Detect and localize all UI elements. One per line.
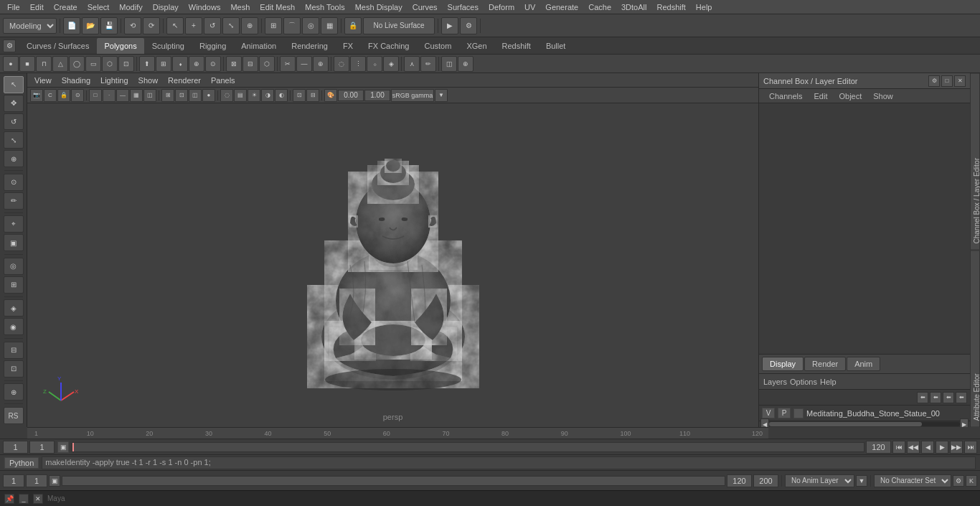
camera-icon[interactable]: 📷 bbox=[30, 89, 43, 102]
vp-menu-shading[interactable]: Shading bbox=[57, 75, 95, 85]
snap-grid-left[interactable]: ⊞ bbox=[4, 276, 24, 294]
start-frame-input[interactable] bbox=[3, 441, 28, 454]
sel-edge-icon[interactable]: — bbox=[116, 89, 129, 102]
menu-deform[interactable]: Deform bbox=[484, 2, 519, 12]
jump-start-btn[interactable]: ⏮ bbox=[892, 441, 905, 454]
workspace-dropdown[interactable]: Modeling bbox=[3, 18, 57, 34]
pipe-icon-btn[interactable]: ⊡ bbox=[118, 56, 134, 72]
help-menu[interactable]: Help bbox=[820, 378, 837, 386]
undo-btn[interactable]: ⟲ bbox=[124, 17, 141, 34]
target-weld-icon-btn[interactable]: ⊕ bbox=[313, 56, 329, 72]
no-live-surface-btn[interactable]: No Live Surface bbox=[363, 17, 435, 34]
vp-shaded-icon[interactable]: ● bbox=[202, 89, 215, 102]
layer-tab-anim[interactable]: Anim bbox=[847, 357, 880, 371]
bevel-icon-btn[interactable]: ⬧ bbox=[172, 56, 188, 72]
autokey-btn[interactable]: K bbox=[966, 475, 977, 487]
tab-redshift[interactable]: Redshift bbox=[495, 38, 538, 54]
isolate-left[interactable]: ◉ bbox=[4, 318, 24, 335]
attribute-editor-side-label[interactable]: Attribute Editor bbox=[970, 250, 980, 428]
tab-animation[interactable]: Animation bbox=[234, 38, 283, 54]
playhead[interactable] bbox=[72, 443, 74, 451]
rotate-tool-btn[interactable]: ↺ bbox=[204, 17, 221, 34]
snap-point-btn[interactable]: ◎ bbox=[302, 17, 319, 34]
vp-xray-icon[interactable]: ◌ bbox=[220, 89, 233, 102]
cb-tab-edit[interactable]: Edit bbox=[808, 91, 833, 101]
layer-scroll-left[interactable]: ◀ bbox=[760, 418, 769, 427]
vp-wires-icon[interactable]: ◫ bbox=[189, 89, 202, 102]
layer-scrollbar[interactable]: ◀ ▶ bbox=[760, 421, 969, 427]
universal-tool-left[interactable]: ⊕ bbox=[4, 150, 24, 167]
fill-hole-icon-btn[interactable]: ⊙ bbox=[205, 56, 221, 72]
menu-edit-mesh[interactable]: Edit Mesh bbox=[255, 2, 299, 12]
menu-redshift[interactable]: Redshift bbox=[652, 2, 689, 12]
snap-grid-btn[interactable]: ⊞ bbox=[265, 17, 282, 34]
layer-new-btn[interactable]: ⬅ bbox=[917, 392, 928, 403]
vp-menu-lighting[interactable]: Lighting bbox=[96, 75, 133, 85]
window-pin-btn[interactable]: 📌 bbox=[4, 494, 14, 504]
layer-color-swatch[interactable] bbox=[793, 408, 804, 418]
smooth-icon-btn[interactable]: ◌ bbox=[334, 56, 349, 72]
camera-attrs-icon[interactable]: C bbox=[44, 89, 57, 102]
combine-icon-btn[interactable]: ⊠ bbox=[226, 56, 242, 72]
vp-ao-icon[interactable]: ◐ bbox=[275, 89, 288, 102]
retopo-icon-btn[interactable]: ◈ bbox=[383, 56, 399, 72]
layer-delete-btn[interactable]: ⬅ bbox=[930, 392, 941, 403]
layer-tab-display[interactable]: Display bbox=[762, 357, 804, 371]
vp-deform-icon[interactable]: ⊟ bbox=[306, 89, 319, 102]
settings-gear-btn[interactable]: ⚙ bbox=[3, 39, 16, 52]
extrude-icon-btn[interactable]: ⬆ bbox=[139, 56, 155, 72]
menu-windows[interactable]: Windows bbox=[184, 2, 225, 12]
scale-tool-left[interactable]: ⤡ bbox=[4, 131, 24, 149]
universal-manipulator-btn[interactable]: ⊕ bbox=[241, 17, 258, 34]
menu-file[interactable]: File bbox=[3, 2, 24, 12]
cb-close-btn[interactable]: ✕ bbox=[954, 75, 966, 87]
cb-maximize-btn[interactable]: □ bbox=[941, 75, 953, 87]
vp-menu-show[interactable]: Show bbox=[134, 75, 163, 85]
layer-playback-btn[interactable]: P bbox=[778, 408, 791, 418]
cb-tab-show[interactable]: Show bbox=[867, 91, 899, 101]
bridge-icon-btn[interactable]: ⊞ bbox=[156, 56, 171, 72]
tab-sculpting[interactable]: Sculpting bbox=[145, 38, 192, 54]
layer-scroll-right[interactable]: ▶ bbox=[960, 418, 969, 427]
crease-icon-btn[interactable]: ⋏ bbox=[404, 56, 420, 72]
rect-select-left[interactable]: ▣ bbox=[4, 234, 24, 251]
make-live-btn[interactable]: 🔒 bbox=[344, 17, 362, 34]
menu-curves[interactable]: Curves bbox=[408, 2, 442, 12]
open-scene-btn[interactable]: 📂 bbox=[82, 17, 99, 34]
vp-menu-renderer[interactable]: Renderer bbox=[164, 75, 205, 85]
step-forward-btn[interactable]: ▶▶ bbox=[950, 441, 963, 454]
grid-left[interactable]: ⊡ bbox=[4, 360, 24, 378]
menu-surfaces[interactable]: Surfaces bbox=[443, 2, 483, 12]
vp-isolate-icon[interactable]: ⊡ bbox=[293, 89, 306, 102]
tab-bullet[interactable]: Bullet bbox=[539, 38, 573, 54]
tab-curves-surfaces[interactable]: Curves / Surfaces bbox=[19, 38, 96, 54]
snap-surface-btn[interactable]: ▦ bbox=[321, 17, 338, 34]
max-end-input[interactable] bbox=[753, 474, 778, 487]
disk-icon-btn[interactable]: ⬡ bbox=[102, 56, 118, 72]
python-label[interactable]: Python bbox=[4, 457, 39, 469]
multi-cut-icon-btn[interactable]: ✂ bbox=[280, 56, 296, 72]
menu-mesh-tools[interactable]: Mesh Tools bbox=[301, 2, 349, 12]
paint-left[interactable]: ✏ bbox=[4, 192, 24, 210]
cb-tab-object[interactable]: Object bbox=[833, 91, 867, 101]
sel-face-icon[interactable]: ▦ bbox=[130, 89, 143, 102]
cone-icon-btn[interactable]: △ bbox=[52, 56, 68, 72]
jump-end-btn[interactable]: ⏭ bbox=[964, 441, 977, 454]
tab-rendering[interactable]: Rendering bbox=[284, 38, 335, 54]
range-slider[interactable] bbox=[62, 476, 725, 486]
layer-scrollbar-track[interactable] bbox=[769, 422, 960, 426]
look-through-icon[interactable]: ⊙ bbox=[71, 89, 84, 102]
mirror-icon-btn[interactable]: ◫ bbox=[441, 56, 457, 72]
render-settings-btn[interactable]: ⚙ bbox=[460, 17, 477, 34]
boolean-icon-btn[interactable]: ⊕ bbox=[458, 56, 473, 72]
current-frame-input2[interactable] bbox=[29, 441, 55, 454]
cb-tab-channels[interactable]: Channels bbox=[763, 91, 808, 101]
vp-grid-icon[interactable]: ⊞ bbox=[161, 89, 174, 102]
anim-layer-dropdown[interactable]: No Anim Layer bbox=[785, 474, 854, 487]
vp-gamma-icon[interactable]: sRGB gamma bbox=[391, 89, 434, 102]
channel-box-side-label[interactable]: Channel Box / Layer Editor bbox=[970, 73, 980, 250]
menu-create[interactable]: Create bbox=[50, 2, 82, 12]
menu-mesh-display[interactable]: Mesh Display bbox=[351, 2, 407, 12]
tab-fx-caching[interactable]: FX Caching bbox=[361, 38, 416, 54]
separate-icon-btn[interactable]: ⊟ bbox=[242, 56, 258, 72]
